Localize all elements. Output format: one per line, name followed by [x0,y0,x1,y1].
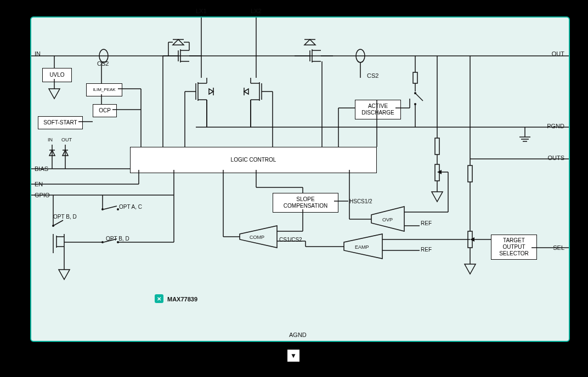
pin-lx1: LX1 [196,8,207,14]
svg-marker-124 [465,264,476,274]
svg-point-25 [101,208,104,210]
block-comp-text: COMP [250,235,264,240]
svg-marker-113 [432,192,443,202]
block-eamp-text: EAMP [355,244,369,250]
pin-lx2: LX2 [251,8,262,14]
svg-rect-109 [435,138,439,155]
expand-down-button[interactable]: ▼ [287,350,299,362]
svg-marker-63 [209,89,213,94]
svg-point-38 [101,241,104,243]
svg-rect-97 [413,72,417,83]
svg-line-30 [53,220,63,226]
svg-marker-91 [304,39,315,45]
schematic-wires: OVP EAMP COMP [31,18,569,341]
svg-marker-5 [49,89,60,99]
block-ovp-text: OVP [382,217,393,222]
svg-marker-74 [244,89,248,94]
svg-line-100 [415,93,423,101]
svg-point-27 [117,208,119,210]
svg-line-26 [104,206,117,209]
chip-outline: IN OUT LX1 LX2 BIAS EN GPIO PGND OUTS SE… [30,16,570,342]
svg-rect-118 [468,165,472,182]
svg-marker-49 [173,39,184,45]
svg-line-39 [104,239,117,242]
svg-marker-36 [59,270,70,279]
